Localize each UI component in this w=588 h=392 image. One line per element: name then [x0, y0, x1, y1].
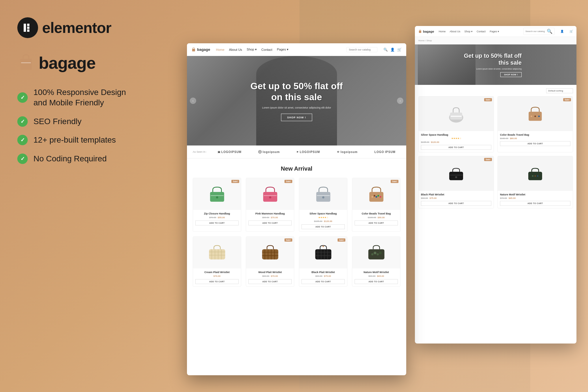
front-window: bagage Home About Us Shop ▾ Contact Page… — [187, 43, 406, 375]
price-old-8: $90.00 — [368, 275, 375, 277]
svg-rect-6 — [21, 62, 31, 63]
add-to-cart-2[interactable]: ADD TO CART — [248, 221, 292, 225]
back-nav-user-icon[interactable]: 👤 — [560, 30, 564, 33]
sale-badge-p7: Sale! — [338, 238, 345, 242]
sale-badge-p4: Sale! — [391, 180, 398, 183]
front-nav-contact[interactable]: Contact — [261, 48, 272, 51]
hero-subtitle: Lorem ipsum dolor sit amet, consectetur … — [250, 106, 343, 109]
elementor-brand-name: elementor — [42, 19, 111, 36]
product-card-2: Sale! Pink Mammon Handbag $90.00 $70.00 — [246, 178, 294, 232]
sort-select[interactable]: Default sorting Price: Low to High Price… — [546, 88, 573, 93]
logo-3: LOGOIPSUM — [297, 150, 320, 154]
back-hero-cta[interactable]: SHOP NOW ! — [500, 72, 522, 77]
back-nav-search-input[interactable] — [525, 30, 546, 33]
svg-point-31 — [269, 196, 271, 199]
back-nav-search-box[interactable]: 🔍 — [523, 28, 555, 35]
svg-point-62 — [322, 245, 324, 247]
svg-point-17 — [455, 176, 457, 178]
back-product-info-2: Color Beads Travel Bag $160.00 $80.00 AD… — [498, 131, 573, 148]
back-nav-home[interactable]: Home — [439, 30, 446, 33]
product-card-1: Sale! Zip Closure Handbag $70.00 $55.00 — [193, 178, 241, 232]
product-price-6: $90.00 $70.00 — [248, 275, 292, 277]
back-price-new-3: $75.00 — [430, 197, 437, 199]
back-product-name-4: Nature Motif Wristlet — [500, 193, 570, 196]
back-price-old-2: $160.00 — [500, 137, 508, 140]
logos-label: As Seen In : — [193, 150, 207, 153]
svg-point-13 — [534, 115, 536, 117]
back-nav-cart-icon[interactable]: 🛒 — [570, 30, 573, 33]
back-add-to-cart-2[interactable]: ADD TO CART — [500, 141, 570, 146]
front-nav-search-box[interactable] — [346, 47, 377, 52]
back-nav-shop[interactable]: Shop ▾ — [465, 30, 473, 33]
front-nav-search-icon[interactable]: 🔍 — [383, 47, 388, 52]
front-nav-about[interactable]: About Us — [229, 48, 242, 51]
add-to-cart-6[interactable]: ADD TO CART — [248, 279, 292, 284]
back-search-icon[interactable]: 🔍 — [547, 29, 553, 34]
product-img-6: Sale! — [246, 237, 294, 268]
price-new-8: $65.00 — [377, 275, 384, 277]
product-price-5: $70.00 — [195, 275, 239, 277]
section-title: New Arrival — [193, 165, 400, 172]
front-nav-cart-icon[interactable]: 🛒 — [397, 47, 402, 52]
price-new-3: $120.00 — [324, 220, 332, 223]
front-nav-shop[interactable]: Shop ▾ — [247, 48, 257, 51]
bagage-brand-name: bagage — [39, 53, 95, 72]
svg-rect-1 — [27, 24, 29, 26]
front-nav-user-icon[interactable]: 👤 — [390, 47, 395, 52]
back-add-to-cart-1[interactable]: ADD TO CART — [421, 145, 491, 150]
back-nav-about[interactable]: About Us — [450, 30, 460, 33]
new-arrival-section: New Arrival Sale! Zip Cl — [187, 158, 406, 294]
product-info-8: Nature Motif Wristlet $90.00 $65.00 ADD … — [352, 268, 400, 286]
hero-content: Get up to 50% flat offon this sale Lorem… — [250, 81, 343, 121]
product-name-6: Wood Plait Wristlet — [248, 271, 292, 274]
back-nav-pages[interactable]: Pages ▾ — [490, 30, 499, 33]
product-price-1: $70.00 $55.00 — [195, 216, 239, 219]
price-old-4: $100.00 — [368, 216, 376, 219]
sort-bar: Default sorting Price: Low to High Price… — [418, 88, 573, 93]
product-name-7: Black Plait Wristlet — [302, 271, 345, 274]
back-nav-logo: bagage — [418, 29, 434, 33]
back-product-price-1: $195.00 $120.00 — [421, 141, 491, 143]
add-to-cart-8[interactable]: ADD TO CART — [355, 279, 398, 284]
back-add-to-cart-3[interactable]: ADD TO CART — [421, 201, 491, 206]
hero-title: Get up to 50% flat offon this sale — [250, 81, 343, 103]
product-card-6: Sale! Wood Plait Wri — [246, 236, 294, 287]
svg-marker-23 — [218, 151, 220, 153]
product-price-8: $90.00 $65.00 — [355, 275, 398, 277]
feature-text-3: 12+ pre-built templates — [33, 135, 116, 145]
svg-rect-41 — [209, 249, 225, 259]
logos-bar-inner: As Seen In : LOGOIPSUM logoipsum LOGOIPS… — [193, 150, 400, 154]
slider-prev[interactable]: ‹ — [190, 98, 196, 104]
front-nav-logo: bagage — [192, 47, 210, 52]
back-product-info-4: Nature Motif Wristlet $70.00 $65.00 ADD … — [498, 191, 573, 208]
add-to-cart-3[interactable]: ADD TO CART — [302, 224, 345, 229]
price-new-7: $75.00 — [324, 275, 331, 277]
check-icon-2 — [17, 116, 28, 127]
add-to-cart-7[interactable]: ADD TO CART — [302, 279, 345, 284]
add-to-cart-5[interactable]: ADD TO CART — [195, 279, 239, 284]
back-add-to-cart-4[interactable]: ADD TO CART — [500, 201, 570, 206]
price-old-3: $195.00 — [314, 220, 322, 223]
hero-cta-button[interactable]: SHOP NOW ! — [281, 113, 312, 121]
slider-next[interactable]: › — [397, 98, 403, 104]
add-to-cart-4[interactable]: ADD TO CART — [355, 221, 398, 225]
svg-point-37 — [374, 195, 375, 197]
add-to-cart-1[interactable]: ADD TO CART — [195, 221, 239, 225]
back-product-card-4: Nature Motif Wristlet $70.00 $65.00 ADD … — [497, 156, 573, 208]
price-new-1: $55.00 — [218, 216, 225, 219]
svg-rect-15 — [449, 172, 463, 180]
front-nav-home[interactable]: Home — [216, 48, 224, 51]
price-new-5: $70.00 — [214, 275, 220, 277]
product-name-4: Color Beads Travel Bag — [355, 212, 398, 215]
back-hero-subtitle: Lorem ipsum dolor sit amet, consectetur … — [464, 68, 522, 70]
bagage-bag-icon — [17, 53, 35, 73]
front-nav-search-input[interactable] — [349, 48, 375, 51]
svg-point-66 — [377, 253, 379, 255]
product-img-5 — [193, 237, 241, 268]
svg-point-12 — [531, 115, 532, 117]
check-icon-3 — [17, 135, 28, 145]
back-nav-contact[interactable]: Contact — [477, 30, 486, 33]
front-nav-pages[interactable]: Pages ▾ — [277, 48, 289, 51]
left-panel: elementor bagage 100% Responsive Designa… — [17, 17, 156, 164]
svg-point-19 — [532, 175, 533, 177]
